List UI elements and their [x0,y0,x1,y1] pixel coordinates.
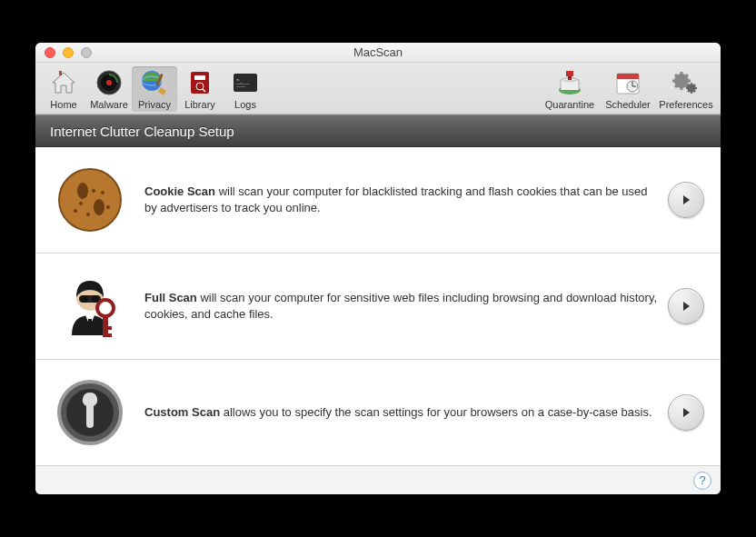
toolbar-preferences-label: Preferences [659,99,712,110]
scan-full-go-button[interactable] [668,288,704,324]
banner-title: Internet Clutter Cleanup Setup [50,124,234,139]
svg-point-47 [81,295,88,303]
help-icon: ? [699,473,705,487]
zoom-window-button[interactable] [81,47,92,58]
toolbar-quarantine[interactable]: Quarantine [541,66,599,112]
window-controls [35,47,92,58]
quarantine-icon [555,68,584,97]
scan-list: Cookie Scan will scan your computer for … [35,147,721,465]
gears-icon [671,68,701,97]
scan-cookie-title: Cookie Scan [144,184,215,198]
toolbar-library-label: Library [184,99,215,110]
scan-row-custom: Custom Scan allows you to specify the sc… [35,360,721,465]
svg-text:>_: >_ [236,76,244,84]
scan-row-cookie: Cookie Scan will scan your computer for … [35,147,721,254]
app-window: MacScan Home Malware Privacy [35,43,721,494]
close-window-button[interactable] [45,47,55,58]
toolbar-scheduler[interactable]: Scheduler [599,66,657,112]
window-title: MacScan [35,45,721,59]
scan-custom-go-button[interactable] [668,394,704,431]
book-icon [185,68,214,97]
toolbar-quarantine-label: Quarantine [545,99,594,110]
terminal-icon: >_ [231,68,260,97]
svg-rect-44 [88,319,92,328]
scan-row-full: Full Scan will scan your computer for se… [35,254,721,360]
section-banner: Internet Clutter Cleanup Setup [35,114,721,147]
svg-point-41 [86,213,90,216]
svg-point-36 [77,183,88,199]
radar-icon [94,68,124,97]
svg-rect-18 [617,74,639,79]
toolbar-malware-label: Malware [90,99,128,110]
svg-rect-7 [194,75,205,80]
play-icon [680,194,692,206]
titlebar: MacScan [35,43,721,63]
footer: ? [35,465,721,494]
toolbar-privacy-label: Privacy [138,99,171,110]
agent-key-icon [45,270,135,343]
cookie-icon [45,164,135,236]
svg-rect-16 [566,71,573,76]
svg-point-40 [101,191,104,194]
toolbar-preferences[interactable]: Preferences [657,66,715,112]
toolbar-logs[interactable]: >_ Logs [223,66,268,112]
toolbar-home[interactable]: Home [41,66,86,112]
svg-point-38 [79,202,83,205]
toolbar-library[interactable]: Library [177,66,223,112]
toolbar-scheduler-label: Scheduler [605,99,651,110]
scan-cookie-text: Cookie Scan will scan your computer for … [144,184,659,216]
help-button[interactable]: ? [693,472,711,490]
globe-broom-icon [140,68,169,97]
wrench-badge-icon [45,376,135,449]
svg-rect-12 [236,84,249,85]
scan-custom-text: Custom Scan allows you to specify the sc… [144,404,659,421]
toolbar-logs-label: Logs [234,99,256,110]
svg-point-49 [97,300,114,316]
svg-point-2 [106,80,112,85]
svg-rect-52 [106,333,112,337]
minimize-window-button[interactable] [63,47,74,58]
scan-custom-title: Custom Scan [144,405,220,419]
svg-rect-51 [106,326,112,330]
play-icon [680,406,692,419]
scan-cookie-go-button[interactable] [668,182,704,218]
svg-point-43 [106,205,110,209]
toolbar: Home Malware Privacy Library [35,63,721,114]
svg-rect-13 [236,86,245,87]
svg-point-37 [94,199,104,215]
svg-point-39 [92,189,95,193]
scan-full-desc: will scan your computer for sensitive we… [144,291,657,321]
scan-full-text: Full Scan will scan your computer for se… [144,290,659,323]
scan-custom-desc: allows you to specify the scan settings … [220,405,652,419]
toolbar-malware[interactable]: Malware [86,66,132,112]
toolbar-right-group: Quarantine Scheduler Preferences [541,66,715,112]
calendar-icon [613,68,642,97]
home-icon [49,68,78,97]
toolbar-privacy[interactable]: Privacy [132,66,177,112]
toolbar-home-label: Home [50,99,76,110]
scan-cookie-desc: will scan your computer for blacklisted … [144,184,648,214]
svg-rect-15 [568,76,572,80]
scan-full-title: Full Scan [144,291,197,304]
toolbar-left-group: Home Malware Privacy Library [41,66,268,112]
svg-point-42 [74,209,77,213]
play-icon [680,300,692,313]
